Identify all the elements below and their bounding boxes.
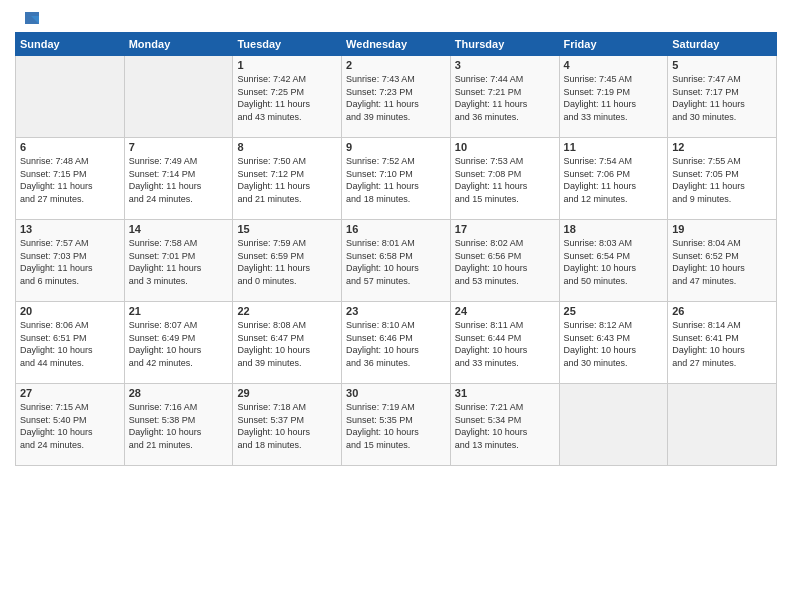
column-header-wednesday: Wednesday [342,33,451,56]
calendar-cell: 31Sunrise: 7:21 AM Sunset: 5:34 PM Dayli… [450,384,559,466]
header [15,10,777,24]
day-number: 16 [346,223,446,235]
day-number: 28 [129,387,229,399]
calendar-cell: 26Sunrise: 8:14 AM Sunset: 6:41 PM Dayli… [668,302,777,384]
day-number: 30 [346,387,446,399]
day-number: 3 [455,59,555,71]
calendar-cell: 14Sunrise: 7:58 AM Sunset: 7:01 PM Dayli… [124,220,233,302]
calendar-cell: 13Sunrise: 7:57 AM Sunset: 7:03 PM Dayli… [16,220,125,302]
day-info: Sunrise: 7:55 AM Sunset: 7:05 PM Dayligh… [672,155,772,205]
day-info: Sunrise: 7:57 AM Sunset: 7:03 PM Dayligh… [20,237,120,287]
calendar-cell: 16Sunrise: 8:01 AM Sunset: 6:58 PM Dayli… [342,220,451,302]
day-info: Sunrise: 8:03 AM Sunset: 6:54 PM Dayligh… [564,237,664,287]
day-info: Sunrise: 7:42 AM Sunset: 7:25 PM Dayligh… [237,73,337,123]
day-number: 25 [564,305,664,317]
day-info: Sunrise: 7:50 AM Sunset: 7:12 PM Dayligh… [237,155,337,205]
column-header-monday: Monday [124,33,233,56]
day-number: 18 [564,223,664,235]
calendar-cell: 5Sunrise: 7:47 AM Sunset: 7:17 PM Daylig… [668,56,777,138]
day-info: Sunrise: 7:53 AM Sunset: 7:08 PM Dayligh… [455,155,555,205]
day-number: 10 [455,141,555,153]
week-row-2: 6Sunrise: 7:48 AM Sunset: 7:15 PM Daylig… [16,138,777,220]
day-number: 4 [564,59,664,71]
day-info: Sunrise: 7:43 AM Sunset: 7:23 PM Dayligh… [346,73,446,123]
day-info: Sunrise: 7:16 AM Sunset: 5:38 PM Dayligh… [129,401,229,451]
day-info: Sunrise: 8:08 AM Sunset: 6:47 PM Dayligh… [237,319,337,369]
day-number: 20 [20,305,120,317]
calendar-cell: 4Sunrise: 7:45 AM Sunset: 7:19 PM Daylig… [559,56,668,138]
calendar-cell: 8Sunrise: 7:50 AM Sunset: 7:12 PM Daylig… [233,138,342,220]
column-header-tuesday: Tuesday [233,33,342,56]
day-info: Sunrise: 7:58 AM Sunset: 7:01 PM Dayligh… [129,237,229,287]
day-number: 27 [20,387,120,399]
calendar-cell: 7Sunrise: 7:49 AM Sunset: 7:14 PM Daylig… [124,138,233,220]
calendar-cell: 15Sunrise: 7:59 AM Sunset: 6:59 PM Dayli… [233,220,342,302]
calendar-cell: 11Sunrise: 7:54 AM Sunset: 7:06 PM Dayli… [559,138,668,220]
day-number: 7 [129,141,229,153]
day-number: 12 [672,141,772,153]
day-number: 22 [237,305,337,317]
day-info: Sunrise: 8:12 AM Sunset: 6:43 PM Dayligh… [564,319,664,369]
day-info: Sunrise: 7:52 AM Sunset: 7:10 PM Dayligh… [346,155,446,205]
calendar-cell: 17Sunrise: 8:02 AM Sunset: 6:56 PM Dayli… [450,220,559,302]
day-number: 24 [455,305,555,317]
calendar-cell: 27Sunrise: 7:15 AM Sunset: 5:40 PM Dayli… [16,384,125,466]
day-info: Sunrise: 7:59 AM Sunset: 6:59 PM Dayligh… [237,237,337,287]
week-row-1: 1Sunrise: 7:42 AM Sunset: 7:25 PM Daylig… [16,56,777,138]
calendar-cell: 23Sunrise: 8:10 AM Sunset: 6:46 PM Dayli… [342,302,451,384]
day-info: Sunrise: 7:45 AM Sunset: 7:19 PM Dayligh… [564,73,664,123]
day-number: 29 [237,387,337,399]
calendar-cell: 2Sunrise: 7:43 AM Sunset: 7:23 PM Daylig… [342,56,451,138]
day-number: 8 [237,141,337,153]
day-info: Sunrise: 8:10 AM Sunset: 6:46 PM Dayligh… [346,319,446,369]
day-info: Sunrise: 7:19 AM Sunset: 5:35 PM Dayligh… [346,401,446,451]
calendar-cell: 22Sunrise: 8:08 AM Sunset: 6:47 PM Dayli… [233,302,342,384]
week-row-4: 20Sunrise: 8:06 AM Sunset: 6:51 PM Dayli… [16,302,777,384]
calendar-cell: 21Sunrise: 8:07 AM Sunset: 6:49 PM Dayli… [124,302,233,384]
day-number: 23 [346,305,446,317]
day-number: 13 [20,223,120,235]
day-number: 19 [672,223,772,235]
day-info: Sunrise: 7:54 AM Sunset: 7:06 PM Dayligh… [564,155,664,205]
day-info: Sunrise: 8:14 AM Sunset: 6:41 PM Dayligh… [672,319,772,369]
day-number: 15 [237,223,337,235]
day-number: 5 [672,59,772,71]
day-number: 31 [455,387,555,399]
calendar-cell [16,56,125,138]
calendar-cell: 25Sunrise: 8:12 AM Sunset: 6:43 PM Dayli… [559,302,668,384]
column-header-saturday: Saturday [668,33,777,56]
day-number: 9 [346,141,446,153]
calendar-cell [559,384,668,466]
day-info: Sunrise: 7:44 AM Sunset: 7:21 PM Dayligh… [455,73,555,123]
day-number: 6 [20,141,120,153]
day-info: Sunrise: 8:04 AM Sunset: 6:52 PM Dayligh… [672,237,772,287]
column-header-thursday: Thursday [450,33,559,56]
day-info: Sunrise: 7:47 AM Sunset: 7:17 PM Dayligh… [672,73,772,123]
calendar-cell: 19Sunrise: 8:04 AM Sunset: 6:52 PM Dayli… [668,220,777,302]
calendar-cell: 29Sunrise: 7:18 AM Sunset: 5:37 PM Dayli… [233,384,342,466]
calendar-cell: 12Sunrise: 7:55 AM Sunset: 7:05 PM Dayli… [668,138,777,220]
header-row: SundayMondayTuesdayWednesdayThursdayFrid… [16,33,777,56]
calendar-cell [668,384,777,466]
calendar-cell: 20Sunrise: 8:06 AM Sunset: 6:51 PM Dayli… [16,302,125,384]
day-info: Sunrise: 7:48 AM Sunset: 7:15 PM Dayligh… [20,155,120,205]
column-header-sunday: Sunday [16,33,125,56]
week-row-3: 13Sunrise: 7:57 AM Sunset: 7:03 PM Dayli… [16,220,777,302]
week-row-5: 27Sunrise: 7:15 AM Sunset: 5:40 PM Dayli… [16,384,777,466]
day-info: Sunrise: 8:06 AM Sunset: 6:51 PM Dayligh… [20,319,120,369]
calendar-cell: 18Sunrise: 8:03 AM Sunset: 6:54 PM Dayli… [559,220,668,302]
calendar-cell: 6Sunrise: 7:48 AM Sunset: 7:15 PM Daylig… [16,138,125,220]
calendar-table: SundayMondayTuesdayWednesdayThursdayFrid… [15,32,777,466]
day-info: Sunrise: 8:02 AM Sunset: 6:56 PM Dayligh… [455,237,555,287]
logo-icon [17,10,39,28]
day-info: Sunrise: 8:11 AM Sunset: 6:44 PM Dayligh… [455,319,555,369]
calendar-cell: 1Sunrise: 7:42 AM Sunset: 7:25 PM Daylig… [233,56,342,138]
page-container: SundayMondayTuesdayWednesdayThursdayFrid… [0,0,792,476]
day-info: Sunrise: 8:01 AM Sunset: 6:58 PM Dayligh… [346,237,446,287]
day-number: 11 [564,141,664,153]
day-info: Sunrise: 7:21 AM Sunset: 5:34 PM Dayligh… [455,401,555,451]
calendar-cell: 10Sunrise: 7:53 AM Sunset: 7:08 PM Dayli… [450,138,559,220]
logo [15,10,39,24]
day-number: 26 [672,305,772,317]
calendar-cell: 3Sunrise: 7:44 AM Sunset: 7:21 PM Daylig… [450,56,559,138]
